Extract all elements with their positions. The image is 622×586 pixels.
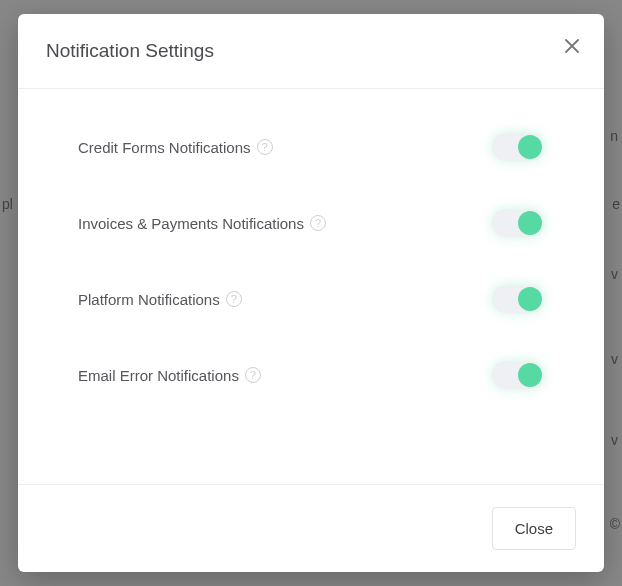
- help-icon[interactable]: ?: [245, 367, 261, 383]
- close-icon[interactable]: [560, 34, 584, 58]
- bg-fragment: v: [611, 351, 618, 367]
- bg-fragment: n: [610, 128, 618, 144]
- setting-label: Invoices & Payments Notifications: [78, 215, 304, 232]
- bg-fragment: e: [612, 196, 620, 212]
- setting-label: Platform Notifications: [78, 291, 220, 308]
- help-icon[interactable]: ?: [226, 291, 242, 307]
- setting-row-platform: Platform Notifications ?: [78, 261, 544, 337]
- setting-row-invoices-payments: Invoices & Payments Notifications ?: [78, 185, 544, 261]
- toggle-email-error[interactable]: [492, 361, 544, 389]
- bg-fragment: v: [611, 432, 618, 448]
- setting-label-wrap: Credit Forms Notifications ?: [78, 139, 273, 156]
- close-button[interactable]: Close: [492, 507, 576, 550]
- setting-label: Credit Forms Notifications: [78, 139, 251, 156]
- bg-fragment: ©: [610, 516, 620, 532]
- notification-settings-modal: Notification Settings Credit Forms Notif…: [18, 14, 604, 572]
- bg-fragment: pl: [2, 196, 13, 212]
- toggle-knob: [518, 363, 542, 387]
- toggle-knob: [518, 135, 542, 159]
- toggle-invoices-payments[interactable]: [492, 209, 544, 237]
- bg-fragment: v: [611, 266, 618, 282]
- help-icon[interactable]: ?: [310, 215, 326, 231]
- setting-label: Email Error Notifications: [78, 367, 239, 384]
- setting-label-wrap: Platform Notifications ?: [78, 291, 242, 308]
- toggle-knob: [518, 287, 542, 311]
- setting-label-wrap: Email Error Notifications ?: [78, 367, 261, 384]
- toggle-platform[interactable]: [492, 285, 544, 313]
- setting-label-wrap: Invoices & Payments Notifications ?: [78, 215, 326, 232]
- toggle-knob: [518, 211, 542, 235]
- help-icon[interactable]: ?: [257, 139, 273, 155]
- setting-row-credit-forms: Credit Forms Notifications ?: [78, 109, 544, 185]
- modal-body: Credit Forms Notifications ? Invoices & …: [18, 89, 604, 484]
- modal-title: Notification Settings: [46, 40, 576, 62]
- toggle-credit-forms[interactable]: [492, 133, 544, 161]
- setting-row-email-error: Email Error Notifications ?: [78, 337, 544, 413]
- modal-header: Notification Settings: [18, 14, 604, 89]
- modal-footer: Close: [18, 484, 604, 572]
